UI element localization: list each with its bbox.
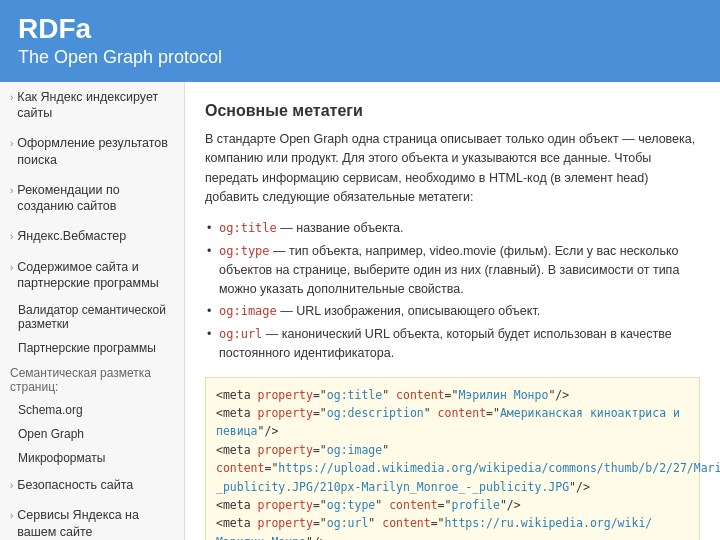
prop-desc: — название объекта. [277, 221, 404, 235]
sidebar-item-validator[interactable]: Валидатор семантической разметки [0, 298, 184, 336]
sidebar-item-partner-prog[interactable]: Партнерские программы [0, 336, 184, 360]
bullet-item: og:type — тип объекта, например, video.m… [205, 240, 700, 300]
sidebar-item-webmaster[interactable]: ›Яндекс.Вебмастер [0, 221, 184, 251]
prop-name: og:url [219, 327, 262, 341]
header: RDFa The Open Graph protocol [0, 0, 720, 82]
bullet-item: og:url — канонический URL объекта, котор… [205, 323, 700, 365]
sidebar-item-yandex-services[interactable]: ›Сервисы Яндекса на вашем сайте [0, 500, 184, 540]
prop-name: og:image [219, 304, 277, 318]
sidebar-label: Яндекс.Вебмастер [17, 228, 126, 244]
sidebar-item-microformats[interactable]: Микроформаты [0, 446, 184, 470]
bullet-item: og:title — название объекта. [205, 217, 700, 240]
prop-name: og:type [219, 244, 270, 258]
bullet-item: og:image — URL изображения, описывающего… [205, 300, 700, 323]
sidebar-label: Содержимое сайта и партнерские программы [17, 259, 172, 292]
section1-title: Основные метатеги [205, 102, 700, 120]
code-block: <meta property="og:title" content="Мэрил… [205, 377, 700, 540]
code-line: <meta property="og:url" content="https:/… [216, 514, 689, 540]
page-subtitle: The Open Graph protocol [18, 47, 702, 68]
code-line: <meta property="og:description" content=… [216, 404, 689, 441]
body: ›Как Яндекс индексирует сайты›Оформление… [0, 82, 720, 540]
main-content: Основные метатеги В стандарте Open Graph… [185, 82, 720, 540]
sidebar-label: Рекомендации по созданию сайтов [17, 182, 172, 215]
prop-name: og:title [219, 221, 277, 235]
sidebar-item-yandex-index[interactable]: ›Как Яндекс индексирует сайты [0, 82, 184, 129]
prop-desc: — канонический URL объекта, который буде… [219, 327, 672, 360]
sidebar-item-schema-org[interactable]: Schema.org [0, 398, 184, 422]
arrow-icon: › [10, 261, 13, 274]
code-line: <meta property="og:image" content="https… [216, 441, 689, 496]
arrow-icon: › [10, 509, 13, 522]
arrow-icon: › [10, 184, 13, 197]
code-line: <meta property="og:title" content="Мэрил… [216, 386, 689, 404]
code-line: <meta property="og:type" content="profil… [216, 496, 689, 514]
sidebar-item-open-graph[interactable]: Open Graph [0, 422, 184, 446]
page-title: RDFa [18, 14, 702, 45]
sidebar-item-recommendations[interactable]: ›Рекомендации по созданию сайтов [0, 175, 184, 222]
arrow-icon: › [10, 230, 13, 243]
sidebar-item-partner-programs[interactable]: ›Содержимое сайта и партнерские программ… [0, 252, 184, 299]
prop-desc: — URL изображения, описывающего объект. [277, 304, 540, 318]
main-bullets: og:title — название объекта.og:type — ти… [205, 217, 700, 364]
prop-desc: — тип объекта, например, video.movie (фи… [219, 244, 679, 296]
sidebar-label: Как Яндекс индексирует сайты [17, 89, 172, 122]
sidebar-label: Сервисы Яндекса на вашем сайте [17, 507, 172, 540]
sidebar-label: Оформление результатов поиска [17, 135, 172, 168]
arrow-icon: › [10, 479, 13, 492]
sidebar-item-site-security[interactable]: ›Безопасность сайта [0, 470, 184, 500]
sidebar-item-results-design[interactable]: ›Оформление результатов поиска [0, 128, 184, 175]
arrow-icon: › [10, 137, 13, 150]
arrow-icon: › [10, 91, 13, 104]
sidebar-label: Безопасность сайта [17, 477, 133, 493]
sidebar: ›Как Яндекс индексирует сайты›Оформление… [0, 82, 185, 540]
sidebar-item-semantic-markup: Семантическая разметка страниц: [0, 360, 184, 398]
intro-text: В стандарте Open Graph одна страница опи… [205, 130, 700, 208]
